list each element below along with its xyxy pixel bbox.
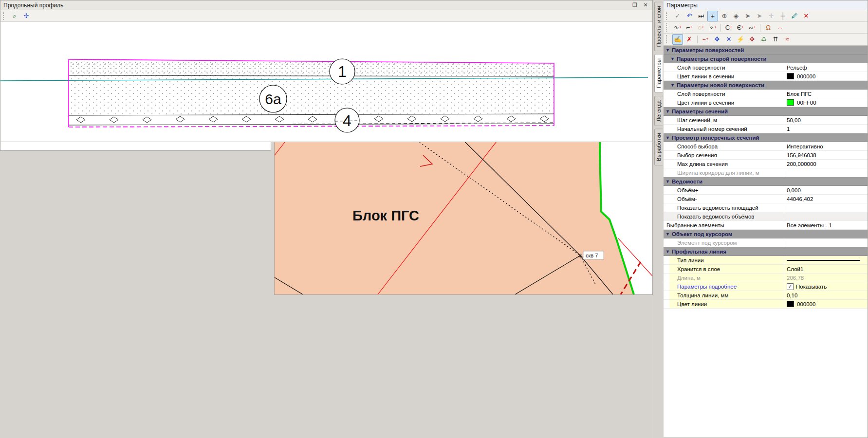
property-value[interactable]: ✓Показывать <box>784 282 868 291</box>
property-value[interactable]: Слой1 <box>784 265 868 273</box>
line-type-sample[interactable] <box>787 260 860 261</box>
property-label: Просмотр поперечных сечений <box>672 135 759 141</box>
ghost-cross-icon[interactable]: ✛ <box>766 11 776 21</box>
property-value[interactable]: Блок ПГС <box>784 90 868 98</box>
property-label: Показать ведомость площадей <box>677 205 758 211</box>
add-node-icon[interactable]: ⌁+ <box>700 34 711 45</box>
property-label: Профильная линия <box>672 249 726 255</box>
chevron-down-icon[interactable]: ▼ <box>665 249 670 254</box>
profile-points-icon[interactable]: ✢ <box>21 11 32 21</box>
property-value[interactable]: 1 <box>784 125 868 133</box>
chevron-down-icon[interactable]: ▼ <box>665 109 670 114</box>
property-value[interactable]: Все элементы - 1 <box>784 221 868 229</box>
property-row: Шаг сечений, м50,00 <box>664 116 868 125</box>
chevron-down-icon[interactable]: ▼ <box>670 56 675 61</box>
diamond-target-icon[interactable]: ◈ <box>731 11 741 21</box>
property-value[interactable]: 000000 <box>784 300 868 308</box>
add-step-icon[interactable]: ⌐+ <box>684 22 695 33</box>
circle-target-icon[interactable]: ⊕ <box>719 11 730 21</box>
long-profile-drawing[interactable]: 1 6а 4 <box>0 22 652 141</box>
property-row: Цвет линии000000 <box>664 300 868 309</box>
property-value[interactable] <box>784 203 868 212</box>
chevron-down-icon[interactable]: ▼ <box>665 179 670 184</box>
delete-element-icon[interactable]: ✗ <box>684 34 695 45</box>
frame-up-icon[interactable]: ⇈ <box>770 34 781 45</box>
add-spline-icon[interactable]: ∾+ <box>747 22 757 33</box>
property-value[interactable]: 000000 <box>784 72 868 80</box>
color-swatch[interactable] <box>787 301 794 307</box>
property-group: ▼Параметры поверхностей <box>664 46 868 55</box>
property-row: Выбранные элементыВсе элементы - 1 <box>664 221 868 230</box>
add-points-icon[interactable]: ⁘+ <box>707 22 718 33</box>
crosshair-plus-icon[interactable]: ＋ <box>707 11 718 21</box>
invert-zigzag-icon[interactable]: ≈ <box>782 34 793 45</box>
property-value-text: 50,00 <box>787 117 801 123</box>
borehole-marker-icon[interactable]: ✳ <box>578 253 583 260</box>
add-arc2-icon[interactable]: Є+ <box>735 22 746 33</box>
property-value[interactable]: 156,946038 <box>784 151 868 159</box>
property-value[interactable]: 00FF00 <box>784 98 868 107</box>
property-value-text: Все элементы - 1 <box>787 222 832 228</box>
side-tab-выработки[interactable]: Выработки <box>654 128 663 165</box>
property-value[interactable]: Рельеф <box>784 63 868 72</box>
plus-badge-icon: + <box>690 25 692 30</box>
property-label: Параметры подробнее <box>677 284 737 290</box>
join-line-icon[interactable]: ✥ <box>747 34 757 45</box>
property-value[interactable] <box>784 256 868 264</box>
property-value[interactable] <box>784 212 868 220</box>
side-tab-проекты-и-слои[interactable]: Проекты и слои <box>654 1 663 51</box>
checkbox-icon[interactable]: ✓ <box>787 283 794 290</box>
move-node-icon[interactable]: ✥ <box>712 34 722 45</box>
chevron-down-icon[interactable]: ▼ <box>665 232 670 237</box>
break-line-icon[interactable]: ⚡ <box>735 34 746 45</box>
property-value[interactable]: 0,10 <box>784 291 868 299</box>
apply-check-icon[interactable]: ✓ <box>672 11 683 21</box>
property-value[interactable]: 50,00 <box>784 116 868 124</box>
property-label: Начальный номер сечений <box>677 126 747 132</box>
restore-icon[interactable]: ❐ <box>631 2 639 9</box>
property-value-text: 206,78 <box>787 275 804 281</box>
toolbar-drag-handle[interactable] <box>666 12 669 19</box>
toolbar-drag-handle[interactable] <box>666 35 669 43</box>
property-value-text: 0,000 <box>787 187 801 193</box>
property-group: ▼Объект под курсором <box>664 230 868 238</box>
rebuild-icon[interactable]: ♺ <box>758 34 769 45</box>
property-value[interactable]: Интерактивно <box>784 142 868 150</box>
toolbar-drag-handle[interactable] <box>666 23 669 31</box>
add-circle-icon[interactable]: ◌+ <box>696 22 706 33</box>
property-value[interactable]: 206,78 <box>784 274 868 282</box>
to-end-icon[interactable]: ⏭ <box>696 11 706 21</box>
property-label: Выбранные элементы <box>666 222 724 228</box>
add-arc-icon[interactable]: C+ <box>723 22 734 33</box>
property-value[interactable] <box>784 168 868 177</box>
add-curve-icon[interactable]: ∿+ <box>672 22 683 33</box>
close-icon[interactable]: ✕ <box>642 2 649 9</box>
side-tab-легенда[interactable]: Легенда <box>654 96 663 126</box>
chevron-down-icon[interactable]: ▼ <box>670 83 675 88</box>
side-tab-параметры[interactable]: Параметры <box>654 54 663 92</box>
hand-edit-icon[interactable]: ✍ <box>672 34 683 45</box>
eyedropper-icon[interactable]: 🖉 <box>789 11 800 21</box>
loop-icon[interactable]: Ω <box>763 22 774 33</box>
profile-list-search-icon[interactable]: ⌕ <box>9 11 20 21</box>
arc-dash-icon[interactable]: ⌢ <box>775 22 785 33</box>
chevron-down-icon[interactable]: ▼ <box>665 48 670 53</box>
property-label: Параметры старой поверхности <box>677 56 767 62</box>
undo-arrow-icon[interactable]: ↶ <box>684 11 695 21</box>
property-value[interactable]: 0,000 <box>784 186 868 194</box>
cancel-x-icon[interactable]: ✕ <box>801 11 812 21</box>
property-value[interactable]: 44046,402 <box>784 195 868 203</box>
color-swatch[interactable] <box>787 73 794 79</box>
params-titlebar: Параметры <box>664 0 868 10</box>
property-row: Объём+0,000 <box>664 186 868 195</box>
params-panel: Параметры ✓↶⏭＋⊕◈➤➤✛┼🖉✕∿+⌐+◌+⁘+C+Є+∾+Ω⌢✍✗… <box>664 0 868 438</box>
color-swatch[interactable] <box>787 99 794 106</box>
segment-point-icon[interactable]: ┼ <box>777 11 788 21</box>
property-value[interactable]: 200,000000 <box>784 160 868 168</box>
delete-node-icon[interactable]: ✕ <box>723 34 734 45</box>
cursor-text-icon[interactable]: ➤ <box>754 11 765 21</box>
toolbar-drag-handle[interactable] <box>3 12 6 19</box>
cursor-circle-icon[interactable]: ➤ <box>742 11 753 21</box>
property-value[interactable] <box>784 238 868 247</box>
chevron-down-icon[interactable]: ▼ <box>665 135 670 140</box>
